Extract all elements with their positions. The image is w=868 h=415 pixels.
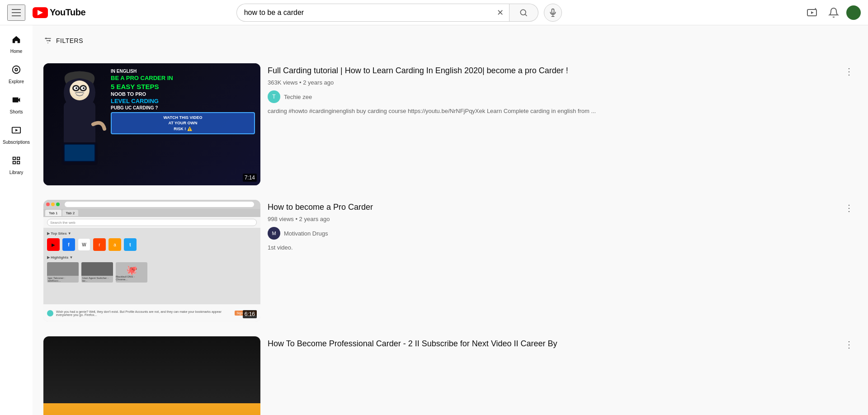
sidebar: Home Explore Shorts Subscriptions Librar… — [0, 25, 33, 415]
sidebar-item-home[interactable]: Home — [2, 29, 31, 57]
browser-content: ▶ Top Sites ▼ ▶ f W r a t ▶ Highlights ▼ — [43, 228, 260, 304]
svg-point-8 — [13, 66, 20, 74]
views-2: 998 views — [268, 216, 294, 222]
video-thumbnail-1[interactable]: IN ENGLISH BE A PRO CARDER IN 5 EASY STE… — [43, 63, 260, 185]
sidebar-item-shorts[interactable]: Shorts — [2, 90, 31, 118]
sidebar-item-library[interactable]: Library — [2, 150, 31, 179]
menu-button[interactable] — [7, 5, 25, 21]
highlight-1: Igor Talconer : addSucc... — [47, 262, 79, 283]
main-content: FILTERS — [33, 25, 868, 415]
thumb-text-overlay: IN ENGLISH BE A PRO CARDER IN 5 EASY STE… — [109, 67, 257, 136]
video-thumbnail-3[interactable] — [43, 336, 260, 415]
logo[interactable]: YouTube — [33, 7, 85, 18]
browser-icons-row: ▶ f W r a t — [47, 238, 257, 251]
search-box: ✕ — [236, 4, 538, 22]
header-right — [803, 4, 861, 22]
time-ago-1: 2 years ago — [303, 79, 334, 86]
popup-text: Wish you had a genie? Well, they don't e… — [56, 310, 232, 316]
more-options-button-2[interactable]: ⋮ — [841, 200, 857, 216]
browser-search: Search the web — [43, 217, 260, 228]
svg-rect-2 — [552, 9, 554, 13]
video-info-2: How to become a Pro Carder 998 views • 2… — [268, 200, 857, 322]
mic-button[interactable] — [544, 4, 562, 22]
create-icon — [807, 7, 817, 18]
video-title-1[interactable]: Full Carding tutorial | How to Learn Car… — [268, 65, 656, 76]
channel-avatar-2[interactable]: M — [268, 227, 280, 240]
highlight-3: 🐙 Blackbull DNS - Chrome... — [116, 262, 147, 283]
wiki-icon: W — [78, 238, 90, 251]
avatar[interactable] — [846, 5, 861, 20]
reddit-icon: r — [93, 238, 106, 251]
search-clear-button[interactable]: ✕ — [491, 4, 509, 22]
video-thumbnail-2[interactable]: Tab 1 Tab 2 Search the web ▶ Top Sites ▼… — [43, 200, 260, 322]
close-dot — [46, 203, 50, 206]
channel-avatar-text-2: M — [272, 231, 276, 236]
popup-message: Wish you had a genie? Well, they don't e… — [43, 304, 260, 322]
explore-icon — [11, 65, 21, 77]
sidebar-item-subscriptions[interactable]: Subscriptions — [2, 120, 31, 148]
header: YouTube ✕ — [0, 0, 868, 25]
channel-name-2[interactable]: Motivation Drugs — [284, 230, 328, 237]
top-sites-label: ▶ Top Sites ▼ — [47, 231, 257, 236]
header-left: YouTube — [7, 5, 116, 21]
results-list: IN ENGLISH BE A PRO CARDER IN 5 EASY STE… — [43, 56, 857, 415]
video-title-3[interactable]: How To Become Professional Carder - 2 II… — [268, 338, 656, 349]
subscriptions-icon — [11, 125, 21, 138]
channel-avatar-text-1: T — [272, 94, 275, 100]
subscriptions-label: Subscriptions — [3, 140, 30, 145]
video-info-3: How To Become Professional Carder - 2 II… — [268, 336, 857, 415]
address-bar — [65, 202, 254, 207]
more-options-button-3[interactable]: ⋮ — [841, 336, 857, 353]
shorts-icon — [11, 95, 21, 108]
sidebar-item-explore[interactable]: Explore — [2, 59, 31, 88]
video-info-1: Full Carding tutorial | How to Learn Car… — [268, 63, 857, 185]
video-desc-1: carding #howto #cardinginenglish buy car… — [268, 107, 857, 116]
svg-line-1 — [525, 14, 527, 16]
views-1: 363K views — [268, 79, 297, 86]
svg-point-24 — [75, 87, 77, 89]
channel-row-1: T Techie zee — [268, 90, 857, 103]
video-title-2[interactable]: How to become a Pro Carder — [268, 202, 656, 213]
filters-icon — [43, 36, 52, 45]
search-button[interactable] — [509, 4, 538, 22]
youtube-logo-icon — [33, 7, 48, 18]
home-label: Home — [10, 49, 23, 54]
svg-marker-11 — [15, 129, 18, 132]
search-icon — [519, 8, 528, 17]
highlight-2: User Agent Switcher - lar... — [81, 262, 113, 283]
table-row: How To Become Professional Carder - 2 II… — [43, 329, 857, 415]
tab-bar: Tab 1 Tab 2 — [43, 209, 260, 217]
table-row: IN ENGLISH BE A PRO CARDER IN 5 EASY STE… — [43, 56, 857, 193]
video-desc-2: 1st video. — [268, 243, 857, 252]
svg-point-25 — [83, 87, 85, 89]
svg-point-16 — [49, 40, 51, 41]
twitter-icon: t — [124, 238, 137, 251]
video-duration-2: 6:16 — [243, 310, 257, 318]
header-center: ✕ — [236, 4, 562, 22]
thumb3-content — [43, 336, 260, 415]
minimize-dot — [51, 203, 55, 206]
notifications-button[interactable] — [825, 4, 843, 22]
more-options-button-1[interactable]: ⋮ — [841, 63, 857, 80]
bell-icon — [828, 7, 839, 18]
clear-icon: ✕ — [497, 8, 504, 18]
youtube-logo-text: YouTube — [50, 7, 85, 18]
tab: Tab 2 — [62, 210, 79, 216]
video-meta-1: 363K views • 2 years ago — [268, 79, 857, 86]
filters-label[interactable]: FILTERS — [56, 37, 83, 44]
filters-bar: FILTERS — [43, 33, 857, 49]
table-row: Tab 1 Tab 2 Search the web ▶ Top Sites ▼… — [43, 193, 857, 329]
search-input[interactable] — [236, 4, 491, 22]
channel-avatar-1[interactable]: T — [268, 90, 280, 103]
home-icon — [11, 34, 21, 47]
browser-search-box: Search the web — [47, 219, 257, 226]
channel-name-1[interactable]: Techie zee — [284, 94, 312, 100]
shorts-label: Shorts — [10, 109, 23, 114]
highlights-label: ▶ Highlights ▼ — [47, 255, 257, 259]
svg-rect-29 — [65, 145, 94, 161]
create-video-button[interactable] — [803, 4, 821, 22]
channel-row-2: M Motivation Drugs — [268, 227, 857, 240]
maximize-dot — [56, 203, 60, 206]
library-label: Library — [9, 170, 24, 175]
separator-2: • — [295, 216, 299, 222]
